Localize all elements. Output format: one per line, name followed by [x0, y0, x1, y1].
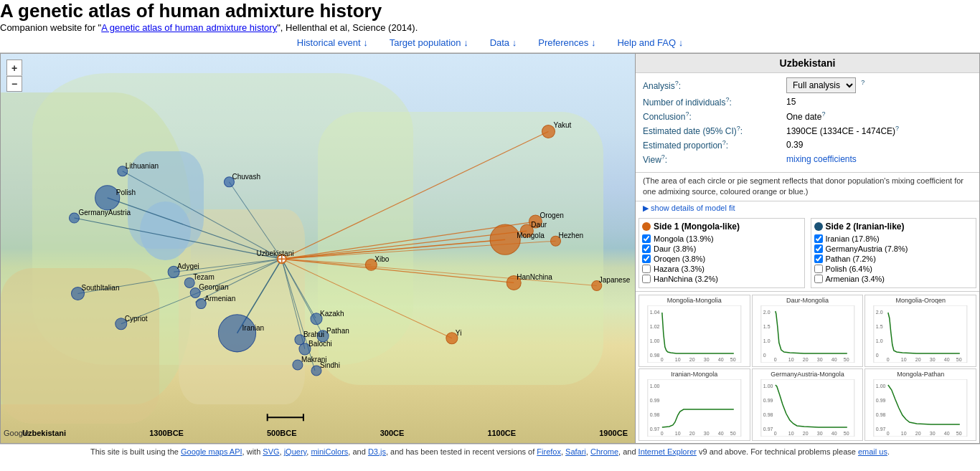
timeline: Uzbekistani 1300BCE 500BCE 300CE 1100CE … — [22, 429, 628, 437]
nav-historical-event[interactable]: Historical event ↓ — [297, 37, 368, 48]
pop-item-hazara: Hazara (3.3%) — [642, 265, 801, 273]
conclusion-value-help[interactable]: ? — [821, 110, 825, 118]
est-date-help[interactable]: ? — [737, 125, 740, 132]
iranian-checkbox[interactable] — [814, 234, 823, 243]
svg-text:1.00: 1.00 — [763, 384, 773, 389]
svg-text:40: 40 — [718, 357, 724, 362]
svg-text:0: 0 — [661, 431, 664, 436]
svg-text:10: 10 — [901, 431, 907, 436]
pop-item-pathan: Pathan (7.2%) — [814, 254, 974, 263]
footer-link-svg[interactable]: SVG — [263, 447, 279, 456]
chart-iranian-mongola: Iranian-Mongola 1.00 0.99 0.98 0.97 0 10… — [639, 368, 750, 441]
svg-text:40: 40 — [944, 357, 950, 362]
zoom-out-button[interactable]: − — [6, 76, 22, 92]
analysis-table: Analysis?: Full analysis Restricted Simp… — [636, 73, 979, 173]
oroqen-checkbox[interactable] — [642, 254, 651, 263]
svg-text:20: 20 — [803, 431, 809, 436]
svg-text:30: 30 — [930, 431, 936, 436]
main-content: Yakut HanNchina Japanese Orogen Daur Mon… — [0, 53, 980, 444]
side2-dot — [814, 222, 823, 231]
daur-checkbox[interactable] — [642, 244, 651, 253]
footer-link-d3[interactable]: D3.js — [368, 447, 386, 456]
germanyaustria-checkbox[interactable] — [814, 244, 823, 253]
individuals-row: Number of individuals?: 15 — [643, 96, 972, 108]
svg-text:30: 30 — [704, 357, 710, 362]
individuals-help[interactable]: ? — [725, 96, 729, 103]
footer-link-jquery[interactable]: jQuery — [284, 447, 307, 456]
svg-text:0: 0 — [763, 353, 766, 358]
polish-checkbox[interactable] — [814, 265, 823, 273]
zoom-in-button[interactable]: + — [6, 60, 22, 75]
svg-text:0.98: 0.98 — [650, 412, 660, 417]
individuals-value: 15 — [786, 97, 972, 107]
svg-text:1.00: 1.00 — [650, 338, 660, 343]
svg-text:2.0: 2.0 — [876, 310, 883, 315]
mongola-checkbox[interactable] — [642, 234, 651, 243]
est-prop-value: 0.39 — [786, 140, 972, 150]
side1-panel: Side 1 (Mongola-like) Mongola (13.9%) Da… — [639, 218, 805, 288]
est-prop-help[interactable]: ? — [722, 139, 726, 146]
google-attribution: Google — [4, 429, 29, 437]
footer-link-gmaps[interactable]: Google maps API — [181, 447, 242, 456]
analysis-select-help[interactable]: ? — [861, 79, 864, 86]
nav-target-population[interactable]: Target population ↓ — [390, 37, 468, 48]
svg-text:30: 30 — [817, 431, 823, 436]
chart-svg-4: 1.00 0.99 0.98 0.97 0 10 20 30 40 50 — [641, 379, 748, 437]
svg-text:1.02: 1.02 — [650, 324, 660, 329]
estimated-proportion-row: Estimated proportion?: 0.39 — [643, 139, 972, 151]
analysis-help[interactable]: ? — [675, 80, 679, 87]
svg-text:40: 40 — [944, 431, 950, 436]
svg-text:50: 50 — [844, 431, 849, 436]
timeline-label-1300bce: 1300BCE — [149, 429, 184, 437]
footer-link-firefox[interactable]: Firefox — [537, 447, 561, 456]
footer-email-link[interactable]: email us — [858, 447, 887, 456]
nav-help-faq[interactable]: Help and FAQ ↓ — [617, 37, 683, 48]
conclusion-help[interactable]: ? — [685, 110, 689, 118]
map-container[interactable]: Yakut HanNchina Japanese Orogen Daur Mon… — [0, 53, 636, 444]
timeline-label-1900ce: 1900CE — [599, 429, 628, 437]
footer-link-ie[interactable]: Internet Explorer — [639, 447, 697, 456]
footer-link-minicolors[interactable]: miniColors — [311, 447, 348, 456]
footer-link-safari[interactable]: Safari — [565, 447, 586, 456]
svg-text:1.00: 1.00 — [876, 384, 886, 389]
pathan-checkbox[interactable] — [814, 254, 823, 263]
mixing-coefficients-link[interactable]: mixing coefficients — [786, 154, 857, 164]
pop-item-germanyaustria: GermanyAustria (7.8%) — [814, 244, 974, 253]
charts-row-1: Mongolia-Mongolia 1.04 1.02 1.00 0.98 0 … — [639, 295, 976, 367]
analysis-select[interactable]: Full analysis Restricted Simple — [786, 77, 856, 93]
svg-text:20: 20 — [803, 357, 809, 362]
svg-text:1.5: 1.5 — [876, 324, 883, 329]
svg-text:1.5: 1.5 — [763, 324, 771, 329]
svg-text:50: 50 — [730, 357, 736, 362]
timeline-label-300ce: 300CE — [380, 429, 405, 437]
zoom-controls: + − — [6, 60, 22, 92]
svg-text:10: 10 — [788, 357, 794, 362]
svg-text:40: 40 — [831, 357, 837, 362]
analysis-row: Analysis?: Full analysis Restricted Simp… — [643, 77, 972, 93]
svg-text:0: 0 — [774, 431, 777, 436]
svg-text:1.00: 1.00 — [650, 384, 660, 389]
view-help[interactable]: ? — [661, 153, 665, 161]
svg-text:10: 10 — [675, 431, 681, 436]
timeline-label-1100ce: 1100CE — [487, 429, 516, 437]
nav-preferences[interactable]: Preferences ↓ — [538, 37, 595, 48]
est-date-value-help[interactable]: ? — [895, 125, 899, 132]
hazara-checkbox[interactable] — [642, 265, 651, 273]
hannchina-checkbox[interactable] — [642, 275, 651, 283]
chart-svg-2: 2.0 1.5 1.0 0 0 10 20 30 40 50 — [754, 305, 862, 363]
note-text: (The area of each circle or pie segment … — [636, 173, 979, 201]
paper-link[interactable]: A genetic atlas of human admixture histo… — [101, 22, 277, 33]
armenian-checkbox[interactable] — [814, 275, 823, 283]
pop-item-mongola: Mongola (13.9%) — [642, 234, 801, 243]
side1-dot — [642, 222, 651, 231]
svg-text:20: 20 — [915, 431, 921, 436]
svg-text:0: 0 — [661, 357, 664, 362]
side2-title: Side 2 (Iranian-like) — [814, 222, 974, 232]
svg-text:10: 10 — [788, 431, 794, 436]
svg-rect-125 — [761, 379, 854, 437]
show-details-link[interactable]: ▶ show details of model fit — [636, 201, 979, 215]
svg-text:10: 10 — [901, 357, 907, 362]
nav-data[interactable]: Data ↓ — [490, 37, 517, 48]
footer-link-chrome[interactable]: Chrome — [590, 447, 618, 456]
svg-text:50: 50 — [956, 431, 962, 436]
